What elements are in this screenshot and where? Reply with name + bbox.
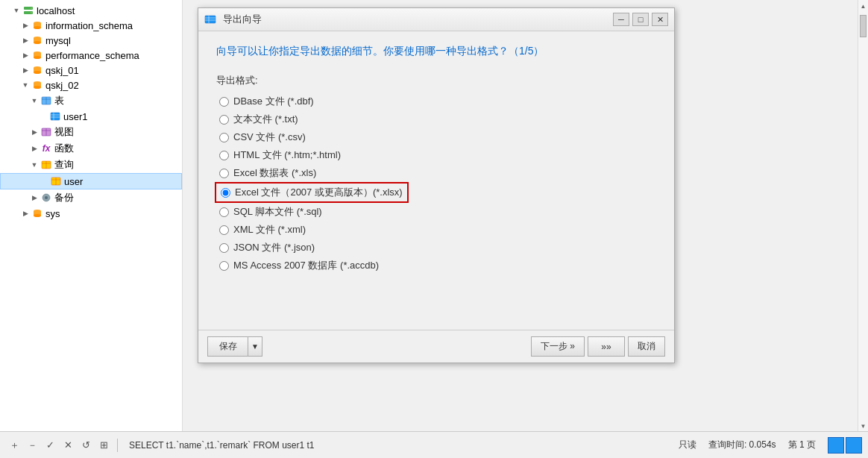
svg-point-15: [34, 71, 41, 74]
format-xls-radio[interactable]: [219, 169, 229, 178]
right-scrollbar[interactable]: ▲ ▼: [858, 0, 868, 431]
cancel-edit-button[interactable]: ✕: [60, 437, 76, 454]
format-xml-label: XML 文件 (*.xml): [233, 223, 306, 236]
sidebar-item-functions[interactable]: ▶ fx 函数: [0, 140, 182, 157]
query-time-status: 查询时间: 0.054s: [708, 439, 776, 451]
format-sql[interactable]: SQL 脚本文件 (*.sql): [219, 205, 656, 219]
save-dropdown-button[interactable]: ▼: [248, 336, 262, 357]
sidebar-item-qskj01[interactable]: ▶ qskj_01: [0, 63, 182, 78]
format-html[interactable]: HTML 文件 (*.htm;*.html): [219, 148, 656, 162]
db-icon: [31, 207, 43, 219]
format-accdb-label: MS Access 2007 数据库 (*.accdb): [233, 259, 379, 272]
format-radio-group: DBase 文件 (*.dbf) 文本文件 (*.txt) CSV 文件 (*.…: [219, 95, 656, 272]
query-group-icon: [40, 159, 52, 171]
format-json[interactable]: JSON 文件 (*.json): [219, 241, 656, 254]
db-icon: [31, 19, 43, 31]
sidebar-item-sys[interactable]: ▶ sys: [0, 206, 182, 221]
grid-view-button[interactable]: [828, 437, 844, 454]
readonly-status: 只读: [679, 439, 696, 451]
svg-point-12: [34, 56, 41, 59]
scroll-up-arrow[interactable]: ▲: [861, 1, 867, 11]
sidebar-item-tables[interactable]: ▼ 表: [0, 92, 182, 109]
chevron-right-icon: ▶: [21, 21, 30, 30]
sidebar-item-backup[interactable]: ▶ 备份: [0, 189, 182, 206]
svg-point-36: [45, 196, 48, 199]
grid-button[interactable]: ⊞: [95, 437, 112, 454]
save-button[interactable]: 保存: [207, 336, 248, 357]
tables-group-icon: [40, 95, 52, 107]
dialog-title-icon: [204, 13, 216, 25]
scrollbar-thumb[interactable]: [860, 15, 867, 37]
format-sql-label: SQL 脚本文件 (*.sql): [233, 205, 322, 219]
sidebar-item-label: localhost: [37, 5, 75, 16]
restore-button[interactable]: □: [632, 13, 649, 26]
sidebar-item-information-schema[interactable]: ▶ information_schema: [0, 18, 182, 33]
sidebar-item-user-query[interactable]: ▶ user: [0, 173, 182, 189]
table-icon: [49, 110, 61, 122]
dialog-question: 向导可以让你指定导出数据的细节。你要使用哪一种导出格式？（1/5）: [216, 43, 656, 59]
dialog-title-text: 导出向导: [223, 13, 262, 26]
sidebar-item-qskj02[interactable]: ▼ qskj_02: [0, 78, 182, 92]
sidebar: ▼ localhost ▶ information: [0, 0, 183, 431]
sidebar-item-queries[interactable]: ▼ 查询: [0, 157, 182, 173]
format-dbf[interactable]: DBase 文件 (*.dbf): [219, 95, 656, 108]
scrollbar-track: [858, 11, 868, 421]
sidebar-item-performance-schema[interactable]: ▶ performance_schema: [0, 48, 182, 63]
view-toggle-buttons: [828, 437, 862, 454]
svg-rect-40: [205, 16, 216, 23]
svg-point-9: [34, 41, 41, 44]
format-json-radio[interactable]: [219, 243, 229, 253]
next-button[interactable]: 下一步 »: [531, 336, 585, 357]
sidebar-item-mysql[interactable]: ▶ mysql: [0, 33, 182, 48]
format-xlsx[interactable]: Excel 文件（2007 或更高版本）(*.xlsx): [219, 184, 656, 201]
format-csv-radio[interactable]: [219, 133, 229, 142]
format-xml-radio[interactable]: [219, 225, 229, 235]
format-label: 导出格式:: [216, 74, 656, 87]
db-icon: [31, 64, 43, 76]
format-txt-radio[interactable]: [219, 115, 229, 125]
refresh-button[interactable]: ↺: [78, 437, 94, 454]
format-xlsx-radio[interactable]: [221, 188, 230, 198]
chevron-right-icon: ▶: [30, 193, 39, 202]
sidebar-item-user1[interactable]: ▶ user1: [0, 109, 182, 124]
format-txt[interactable]: 文本文件 (*.txt): [219, 113, 656, 126]
dialog-titlebar: 导出向导 ─ □ ✕: [198, 8, 674, 31]
add-button[interactable]: ＋: [6, 437, 22, 454]
close-button[interactable]: ✕: [652, 13, 668, 26]
format-xls-label: Excel 数据表 (*.xls): [233, 166, 316, 180]
bottom-bar: ＋ － ✓ ✕ ↺ ⊞ SELECT t1.`name`,t1.`remark`…: [0, 431, 868, 458]
sidebar-item-label: sys: [45, 208, 60, 219]
sidebar-item-localhost[interactable]: ▼ localhost: [0, 3, 182, 18]
server-icon: [22, 4, 34, 16]
footer-left-buttons: 保存 ▼: [207, 336, 262, 357]
format-xml[interactable]: XML 文件 (*.xml): [219, 223, 656, 236]
fast-forward-button[interactable]: »»: [588, 336, 625, 357]
backup-icon: [40, 192, 52, 204]
sidebar-item-label: qskj_01: [45, 65, 79, 76]
format-sql-radio[interactable]: [219, 207, 229, 217]
sidebar-item-views[interactable]: ▶ 视图: [0, 124, 182, 140]
page-label: 第: [788, 439, 797, 450]
chevron-down-icon: ▼: [30, 96, 39, 105]
format-txt-label: 文本文件 (*.txt): [233, 113, 298, 126]
svg-rect-22: [51, 113, 60, 120]
query-time-label: 查询时间:: [708, 439, 746, 450]
format-csv[interactable]: CSV 文件 (*.csv): [219, 131, 656, 144]
remove-button[interactable]: －: [24, 437, 40, 454]
status-right: 只读 查询时间: 0.054s 第 1 页: [679, 437, 862, 454]
form-view-button[interactable]: [846, 437, 862, 454]
format-accdb[interactable]: MS Access 2007 数据库 (*.accdb): [219, 259, 656, 272]
bottom-toolbar: ＋ － ✓ ✕ ↺ ⊞: [6, 437, 112, 454]
minimize-button[interactable]: ─: [613, 13, 629, 26]
format-dbf-radio[interactable]: [219, 97, 229, 107]
check-button[interactable]: ✓: [42, 437, 58, 454]
cancel-button[interactable]: 取消: [628, 336, 665, 357]
dialog-title-left: 导出向导: [204, 13, 262, 26]
format-xls[interactable]: Excel 数据表 (*.xls): [219, 166, 656, 180]
scroll-down-arrow[interactable]: ▼: [861, 421, 867, 431]
sidebar-item-label: user1: [63, 111, 88, 122]
format-dbf-label: DBase 文件 (*.dbf): [233, 95, 314, 108]
format-html-radio[interactable]: [219, 151, 229, 160]
format-csv-label: CSV 文件 (*.csv): [233, 131, 306, 144]
format-accdb-radio[interactable]: [219, 261, 229, 271]
